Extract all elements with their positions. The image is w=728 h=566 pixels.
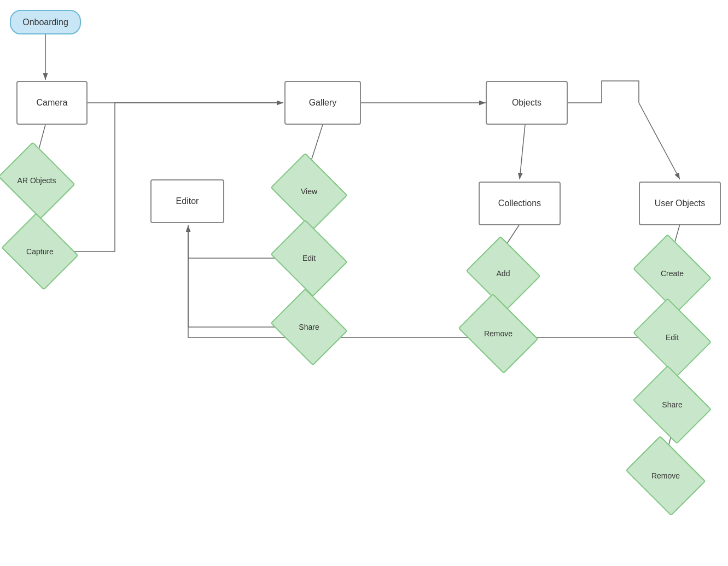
collections-node: Collections [479,182,561,225]
user-objects-node: User Objects [639,182,721,225]
ar-objects-node: AR Objects [7,156,67,205]
add-collections-label: Add [497,269,510,278]
edit-user-node: Edit [641,313,703,362]
objects-label: Objects [512,98,541,108]
view-label: View [301,187,317,196]
create-user-label: Create [661,269,684,278]
capture-label: Capture [26,247,54,256]
remove-collections-label: Remove [484,329,512,338]
diagram-container: Onboarding Camera AR Objects Capture Gal… [0,0,728,566]
gallery-label: Gallery [309,98,337,108]
share-user-label: Share [662,400,682,409]
edit-user-label: Edit [666,333,679,342]
share-gallery-label: Share [299,323,319,331]
onboarding-node: Onboarding [10,10,81,34]
camera-label: Camera [37,98,68,108]
remove-user-label: Remove [651,471,680,480]
edit-gallery-label: Edit [302,254,316,262]
user-objects-label: User Objects [655,199,705,208]
remove-user-node: Remove [633,451,698,500]
camera-node: Camera [16,81,88,125]
editor-node: Editor [150,179,224,223]
svg-line-9 [520,125,525,179]
remove-collections-node: Remove [466,309,531,358]
add-collections-node: Add [475,249,532,298]
ar-objects-label: AR Objects [18,176,56,185]
edit-gallery-node: Edit [279,234,339,283]
onboarding-label: Onboarding [22,17,68,27]
collections-label: Collections [498,199,541,208]
view-node: View [279,167,339,216]
editor-label: Editor [176,196,199,206]
svg-line-10 [639,103,680,179]
share-gallery-node: Share [279,302,339,352]
objects-node: Objects [486,81,568,125]
gallery-node: Gallery [284,81,361,125]
share-user-node: Share [641,380,703,429]
connector-svg [0,0,728,566]
create-user-node: Create [641,249,703,298]
capture-node: Capture [10,227,70,276]
